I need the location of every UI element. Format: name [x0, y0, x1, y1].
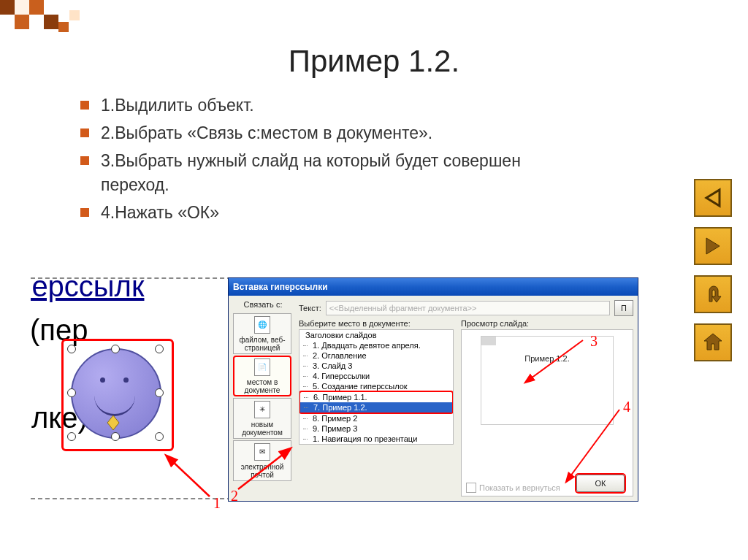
- svg-line-7: [238, 451, 287, 489]
- bullet-list: 1.Выдилить объект. 2.Выбрать «Связь с:ме…: [80, 93, 577, 224]
- annotation-arrow-4: [554, 406, 627, 486]
- tree-item[interactable]: 2. Оглавление: [299, 350, 453, 361]
- display-text-field[interactable]: <<Выделенный фрагмент документа>>: [326, 301, 610, 315]
- svg-marker-2: [704, 334, 722, 350]
- annotation-label-1: 1: [213, 495, 221, 512]
- svg-line-5: [528, 340, 583, 380]
- nav-button-group: [694, 179, 732, 361]
- hint-button[interactable]: П: [614, 300, 633, 316]
- tree-item[interactable]: 9. Пример 3: [299, 423, 453, 434]
- triangle-left-icon: [702, 187, 724, 209]
- file-web-icon: 🌐: [254, 316, 270, 334]
- annotation-arrow-1: [159, 453, 217, 504]
- link-to-newdoc-button[interactable]: ✳ новым документом: [233, 398, 291, 439]
- nav-back-button[interactable]: [694, 275, 732, 313]
- bullet-item: 1.Выдилить объект.: [80, 93, 577, 117]
- nav-next-button[interactable]: [694, 227, 732, 265]
- hyperlink-text: гиперссылк: [31, 277, 144, 302]
- tree-label: Выберите место в документе:: [299, 319, 454, 328]
- checkbox-icon[interactable]: [466, 483, 476, 493]
- tree-item[interactable]: 6. Пример 1.1.: [300, 392, 452, 402]
- svg-line-4: [169, 459, 210, 496]
- u-turn-icon: [702, 283, 724, 305]
- tree-item[interactable]: 8. Пример 2: [299, 413, 453, 423]
- nav-home-button[interactable]: [694, 323, 732, 361]
- document-place-icon: 📄: [254, 358, 270, 376]
- tree-item-selected[interactable]: 7. Пример 1.2.: [300, 402, 452, 413]
- slide-tree[interactable]: Заголовки слайдов 1. Двадцать девятое ап…: [299, 329, 454, 445]
- svg-line-6: [568, 410, 619, 479]
- home-icon: [701, 331, 725, 354]
- text-row: Текст: <<Выделенный фрагмент документа>>…: [299, 300, 633, 316]
- annotation-highlight-3: 6. Пример 1.1. 7. Пример 1.2.: [299, 391, 454, 414]
- tree-root[interactable]: Заголовки слайдов: [299, 330, 453, 340]
- dialog-titlebar[interactable]: Вставка гиперссылки: [229, 278, 638, 296]
- slide-title: Пример 1.2.: [51, 44, 697, 79]
- preview-label: Просмотр слайда:: [461, 319, 633, 328]
- annotation-label-3: 3: [590, 333, 598, 350]
- link-to-place-button[interactable]: 📄 местом в документе: [233, 356, 291, 396]
- annotation-label-2: 2: [231, 488, 238, 505]
- tree-item[interactable]: 1. Навигация по презентаци: [299, 434, 453, 444]
- new-document-icon: ✳: [254, 401, 270, 418]
- bullet-item: 3.Выбрать нужный слайд на который будет …: [80, 149, 577, 196]
- text-label: Текст:: [299, 304, 321, 312]
- slide-template-decor: [0, 0, 124, 40]
- annotation-arrow-3: [521, 337, 587, 388]
- annotation-arrow-2: [232, 445, 298, 496]
- svg-marker-1: [706, 238, 720, 254]
- tree-item[interactable]: 5. Создание гиперссылок: [299, 381, 453, 391]
- annotation-highlight-1: [61, 339, 174, 451]
- tree-item[interactable]: 1. Двадцать девятое апреля.: [299, 340, 453, 350]
- annotation-label-4: 4: [623, 399, 630, 415]
- tree-item[interactable]: 4. Гиперссылки: [299, 371, 453, 381]
- link-to-label: Связать с:: [233, 300, 293, 309]
- triangle-right-icon: [702, 235, 724, 257]
- link-to-file-button[interactable]: 🌐 файлом, веб-страницей: [233, 313, 291, 354]
- nav-prev-button[interactable]: [694, 179, 732, 217]
- bullet-item: 2.Выбрать «Связь с:местом в документе».: [80, 121, 577, 145]
- svg-marker-0: [706, 190, 720, 206]
- tree-item[interactable]: 3. Слайд 3: [299, 361, 453, 371]
- bullet-item: 4.Нажать «ОК»: [80, 201, 577, 224]
